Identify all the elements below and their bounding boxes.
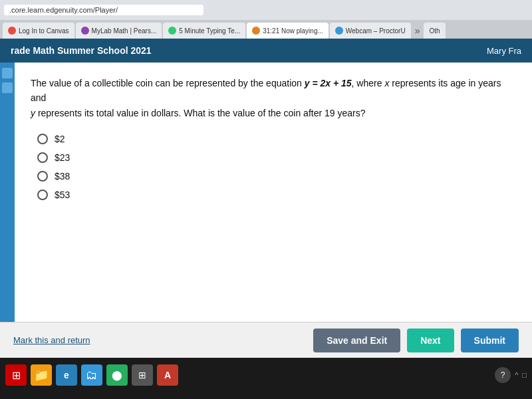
- option-b[interactable]: $23: [37, 152, 516, 163]
- question-text: The value of a collectible coin can be r…: [31, 76, 516, 120]
- canvas-favicon: [8, 27, 16, 35]
- content-area: The value of a collectible coin can be r…: [0, 63, 532, 322]
- windows-start-button[interactable]: ⊞: [5, 364, 27, 386]
- y-variable: y: [31, 108, 35, 118]
- option-c-label: $38: [55, 171, 70, 182]
- tab-webcam-label: Webcam – ProctorU: [346, 27, 406, 35]
- option-a-label: $2: [55, 134, 65, 144]
- question-text-part4: represents its total value in dollars. W…: [35, 108, 365, 118]
- edge-icon: e: [64, 370, 69, 380]
- save-exit-button[interactable]: Save and Exit: [313, 329, 400, 352]
- submit-button[interactable]: Submit: [461, 329, 519, 352]
- tab-other[interactable]: Oth: [424, 23, 445, 39]
- taskbar: ⊞ 📁 e 🗂 ⬤ ⊞ A ? ^ □: [0, 358, 532, 392]
- option-d-label: $53: [55, 190, 70, 200]
- tab-typing-label: 5 Minute Typing Te...: [179, 27, 240, 35]
- app-title: rade Math Summer School 2021: [11, 45, 152, 56]
- tab-webcam[interactable]: Webcam – ProctorU: [330, 23, 411, 39]
- apps-taskbar-icon[interactable]: ⊞: [132, 364, 153, 386]
- sidebar-icon-2: [2, 82, 13, 93]
- equation: y = 2x + 15: [305, 78, 352, 88]
- option-c[interactable]: $38: [37, 171, 516, 182]
- user-name: Mary Fra: [487, 46, 521, 56]
- tab-other-label: Oth: [429, 27, 440, 35]
- tab-mylab-label: MyLab Math | Pears...: [92, 27, 157, 35]
- edge-taskbar-icon[interactable]: e: [56, 364, 77, 386]
- taskbar-chevron: ^: [515, 371, 518, 379]
- tab-bar: Log In to Canvas MyLab Math | Pears... 5…: [0, 20, 532, 39]
- sidebar-strip: [0, 63, 15, 322]
- apps-icon: ⊞: [138, 370, 146, 380]
- question-text-part2: , where: [352, 78, 385, 88]
- acrobat-taskbar-icon[interactable]: A: [157, 364, 178, 386]
- footer: Mark this and return Save and Exit Next …: [0, 322, 532, 358]
- tab-typing[interactable]: 5 Minute Typing Te...: [163, 23, 245, 39]
- chrome-icon: ⬤: [112, 370, 122, 380]
- acrobat-icon: A: [164, 370, 171, 380]
- mylab-favicon: [81, 27, 89, 35]
- browser-url-bar: .core.learn.edgenuity.com/Player/: [0, 0, 532, 20]
- sidebar-icon-1: [2, 68, 13, 78]
- question-area: The value of a collectible coin can be r…: [15, 63, 532, 322]
- option-b-label: $23: [55, 152, 70, 163]
- question-text-part1: The value of a collectible coin can be r…: [31, 78, 305, 88]
- help-icon[interactable]: ?: [495, 367, 511, 383]
- option-a[interactable]: $2: [37, 134, 516, 144]
- webcam-favicon: [335, 27, 343, 35]
- chrome-taskbar-icon[interactable]: ⬤: [106, 364, 128, 386]
- taskbar-notifications: □: [522, 371, 527, 379]
- explorer-taskbar-icon[interactable]: 🗂: [81, 364, 102, 386]
- tab-playing-label: 31:21 Now playing...: [263, 27, 323, 35]
- tab-canvas[interactable]: Log In to Canvas: [3, 23, 74, 39]
- next-button[interactable]: Next: [407, 329, 454, 352]
- url-text: .core.learn.edgenuity.com/Player/: [4, 5, 203, 15]
- tab-playing[interactable]: 31:21 Now playing...: [247, 23, 329, 39]
- footer-buttons: Save and Exit Next Submit: [313, 329, 519, 352]
- option-d[interactable]: $53: [37, 190, 516, 200]
- radio-b[interactable]: [37, 152, 48, 163]
- files-taskbar-icon[interactable]: 📁: [31, 364, 52, 386]
- folder-icon: 📁: [34, 368, 49, 382]
- explorer-icon: 🗂: [86, 368, 98, 382]
- tab-mylab[interactable]: MyLab Math | Pears...: [76, 23, 162, 39]
- radio-a[interactable]: [37, 134, 48, 144]
- taskbar-right: ? ^ □: [495, 367, 527, 383]
- options-list: $2 $23 $38 $53: [37, 134, 516, 200]
- mark-return-link[interactable]: Mark this and return: [13, 335, 90, 345]
- playing-favicon: [252, 27, 260, 35]
- windows-icon: ⊞: [12, 369, 21, 382]
- radio-c[interactable]: [37, 171, 48, 182]
- typing-favicon: [168, 27, 176, 35]
- app-header: rade Math Summer School 2021 Mary Fra: [0, 39, 532, 63]
- radio-d[interactable]: [37, 190, 48, 200]
- more-tabs-button[interactable]: »: [412, 23, 423, 39]
- tab-canvas-label: Log In to Canvas: [19, 27, 69, 35]
